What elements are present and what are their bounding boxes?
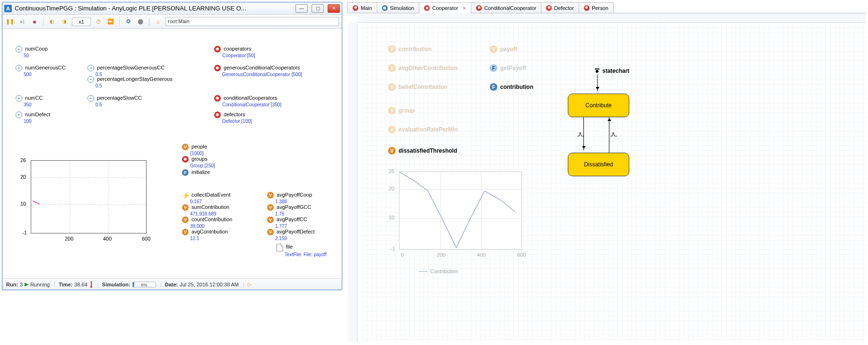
- stop-button[interactable]: ■: [30, 17, 39, 26]
- var-avgPayoffCoop[interactable]: V avgPayoffCoop 1.388: [267, 192, 312, 205]
- editor-canvas[interactable]: Vcontribution Vpayoff VavgOtherContribut…: [348, 13, 866, 342]
- var-dissatisfiedThreshold[interactable]: VdissatisfiedThreshold: [388, 147, 457, 155]
- state-contribute[interactable]: Contribute: [568, 94, 629, 117]
- param-numCC[interactable]: numCC 350: [16, 95, 43, 108]
- transition-trigger-icon[interactable]: [577, 131, 584, 137]
- realtime-button[interactable]: ⏱: [94, 17, 103, 26]
- play-small-icon[interactable]: ▷: [248, 281, 252, 287]
- y-tick: -1: [391, 246, 395, 251]
- x-tick: 600: [517, 252, 526, 258]
- editor-line-chart[interactable]: [399, 172, 522, 250]
- y-tick: 10: [389, 215, 394, 220]
- var-avgPayoffDefect[interactable]: V avgPayoffDefect 2.159: [267, 229, 315, 242]
- param-label: percentageSlowGenerousCC: [97, 65, 165, 70]
- param-numCoop[interactable]: numCoop 50: [16, 46, 48, 59]
- virtual-time-button[interactable]: ⏩: [106, 17, 115, 26]
- variable-icon: V: [267, 192, 274, 198]
- inherited-group[interactable]: Vgroup: [388, 107, 415, 114]
- var-people[interactable]: V people {1000}: [182, 144, 207, 156]
- clock-icon: [16, 112, 22, 118]
- nav-button-1[interactable]: ✪: [123, 17, 133, 26]
- agent-cooperators[interactable]: ✱ cooperators Cooperator [50]: [214, 46, 255, 59]
- inherited-payoff[interactable]: Vpayoff: [490, 45, 517, 53]
- clock-icon: [87, 65, 94, 71]
- item-label: contribution: [500, 84, 533, 90]
- agent-value: GenerousConditionalCooperator [500]: [222, 72, 302, 77]
- param-value: 0.5: [95, 83, 102, 88]
- tab-cooperator[interactable]: ✱Cooperator✕: [419, 2, 471, 13]
- file-output[interactable]: file TextFile. File: payoff: [277, 244, 327, 258]
- transition-trigger-icon[interactable]: [610, 131, 617, 137]
- var-avgPayoffGCC[interactable]: V avgPayoffGCC 1.75: [267, 204, 311, 217]
- sim-line-chart[interactable]: [31, 160, 147, 233]
- chart-svg: [399, 172, 522, 250]
- param-value: 500: [24, 72, 32, 77]
- inherited-evaluationRatePerMin[interactable]: VevaluationRatePerMin: [388, 126, 458, 133]
- tab-simulation[interactable]: ◉Simulation: [377, 2, 419, 13]
- speed-display[interactable]: x1: [72, 17, 91, 26]
- sim-label: Simulation:: [102, 282, 130, 287]
- agent-icon: ✱: [182, 156, 189, 163]
- var-sumContribution[interactable]: V sumContribution 471,918.689: [182, 204, 229, 217]
- y-tick: 26: [389, 168, 394, 174]
- x-tick: 400: [103, 236, 112, 242]
- variable-icon: V: [182, 204, 189, 211]
- agent-icon: ✱: [214, 112, 221, 118]
- tab-defector[interactable]: ✱Defector: [541, 2, 579, 13]
- transition-arrow[interactable]: [609, 117, 609, 153]
- chart-legend: Contribution: [419, 268, 458, 274]
- statechart-entry[interactable]: statechart: [594, 68, 629, 74]
- inherited-avgOtherContribution[interactable]: VavgOtherContribution: [388, 64, 458, 72]
- fn-contribution[interactable]: Fcontribution: [490, 83, 533, 91]
- file-label: file: [286, 244, 293, 250]
- pause-button[interactable]: ❚❚: [5, 17, 15, 26]
- agent-label: conditionalCooperators: [224, 95, 277, 101]
- tab-main[interactable]: ✱Main: [347, 2, 377, 13]
- param-numGenerousCC[interactable]: numGenerousCC 500: [16, 65, 66, 78]
- titlebar[interactable]: A ContinuousTimePGG : Simulation - AnyLo…: [2, 2, 342, 15]
- variable-icon: V: [490, 45, 497, 53]
- var-avgPayoffCC[interactable]: V avgPayoffCC 1.777: [267, 216, 307, 229]
- step-button[interactable]: ▸|: [17, 17, 27, 26]
- param-percentageLongerStayGenerous[interactable]: percentageLongerStayGenerous 0.5: [87, 76, 173, 89]
- var-value: 2.159: [275, 236, 287, 241]
- fn-initialize[interactable]: F initialize: [182, 169, 210, 176]
- close-button[interactable]: ✕: [328, 4, 340, 13]
- status-date: Date: Jul 25, 2016 12:00:38 AM: [165, 282, 244, 287]
- item-label: beliefContribution: [399, 84, 447, 90]
- agent-generousCC[interactable]: ✱ generousConditionalCooperators Generou…: [214, 65, 302, 78]
- var-countContribution[interactable]: V countContribution 39,000: [182, 216, 232, 229]
- sim-canvas[interactable]: numCoop 50 numGenerousCC 500 percentageS…: [2, 29, 342, 278]
- variable-icon: V: [388, 64, 396, 72]
- close-tab-icon[interactable]: ✕: [462, 6, 466, 11]
- var-value: 1.388: [275, 199, 287, 204]
- transition-arrow[interactable]: [597, 75, 598, 91]
- event-collectDataEvent[interactable]: ⚡ collectDataEvent 0.167: [182, 192, 231, 205]
- speed-down-button[interactable]: ◐: [47, 17, 57, 26]
- speed-up-button[interactable]: ◑: [60, 17, 69, 26]
- agent-conditionalCooperators[interactable]: ✱ conditionalCooperators ConditionalCoop…: [214, 95, 281, 108]
- nav-button-2[interactable]: ⬤: [136, 17, 145, 26]
- inherited-contribution[interactable]: Vcontribution: [388, 45, 432, 53]
- param-value: 50: [24, 53, 29, 58]
- agent-defectors[interactable]: ✱ defectors Defector [100]: [214, 112, 252, 124]
- var-label: avgPayoffGCC: [277, 204, 311, 210]
- home-icon[interactable]: ⌂: [153, 17, 163, 26]
- var-value: 12.1: [190, 236, 199, 241]
- param-value: 100: [24, 119, 32, 124]
- tab-person[interactable]: ✱Person: [579, 2, 614, 13]
- state-dissatisfied[interactable]: Dissatisfied: [568, 153, 629, 176]
- minimize-button[interactable]: —: [295, 4, 308, 13]
- param-numDefect[interactable]: numDefect 100: [16, 112, 50, 124]
- agent-icon: ✱: [353, 5, 358, 11]
- inherited-getPayoff[interactable]: FgetPayoff: [490, 64, 526, 72]
- inherited-beliefContribution[interactable]: VbeliefContribution: [388, 83, 447, 91]
- var-groups[interactable]: ✱ groups Group [250]: [182, 156, 215, 169]
- maximize-button[interactable]: ▢: [312, 4, 324, 13]
- var-avgContribution[interactable]: V avgContribution 12.1: [182, 229, 228, 242]
- param-percentageSlowGenerousCC[interactable]: percentageSlowGenerousCC 0.5: [87, 65, 165, 78]
- param-percentageSlowCC[interactable]: percentageSlowCC 0.5: [87, 95, 142, 108]
- tab-conditionalcooperator[interactable]: ✱ConditionalCooperator: [471, 2, 541, 13]
- var-value: Group [250]: [190, 163, 215, 168]
- root-path-input[interactable]: root:Main: [165, 17, 339, 26]
